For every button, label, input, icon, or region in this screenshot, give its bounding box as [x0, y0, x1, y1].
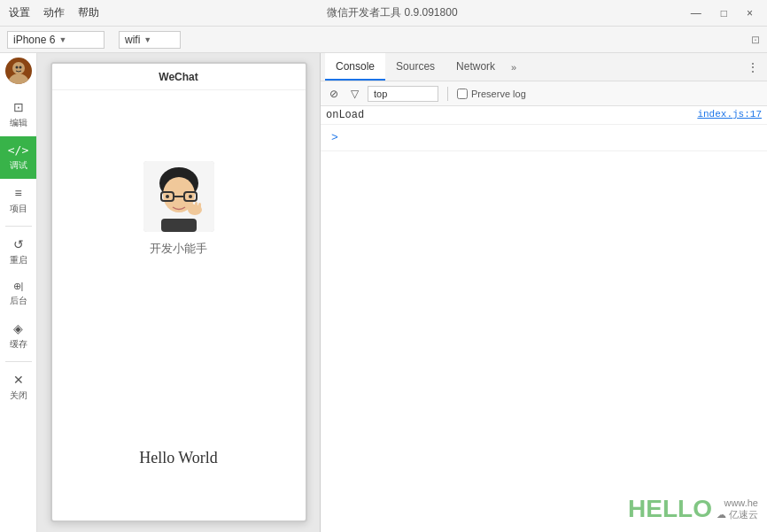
console-source-0[interactable]: index.js:17	[697, 109, 762, 120]
close-button[interactable]: ×	[741, 5, 758, 21]
backend-label: 后台	[10, 295, 27, 307]
devtools-panel: Console Sources Network » ⋮ ⊘ ▽ Preserve…	[321, 53, 767, 532]
restart-label: 重启	[10, 254, 27, 266]
tab-console[interactable]: Console	[325, 53, 385, 81]
svg-point-2	[15, 66, 18, 69]
sidebar-item-cache[interactable]: ◈ 缓存	[0, 314, 36, 358]
simulator-icon[interactable]: ⊡	[751, 34, 760, 46]
watermark: HELLO www.he ☁ 亿速云	[628, 495, 758, 523]
network-chevron-icon: ▼	[143, 35, 151, 44]
filter-input[interactable]	[368, 86, 438, 102]
sidebar-item-editor[interactable]: ⊡ 编辑	[0, 93, 36, 136]
avatar	[5, 58, 32, 84]
debug-icon: </>	[8, 143, 28, 157]
maximize-button[interactable]: □	[716, 5, 732, 21]
svg-rect-16	[161, 219, 197, 232]
close-label: 关闭	[10, 389, 27, 402]
device-chevron-icon: ▼	[58, 35, 66, 44]
phone-hello-text: Hello World	[139, 449, 218, 467]
sidebar-divider-2	[5, 361, 32, 362]
devtools-tabs: Console Sources Network » ⋮	[321, 53, 767, 81]
sidebar-item-restart[interactable]: ↺ 重启	[0, 230, 36, 274]
project-label: 项目	[10, 203, 27, 215]
svg-point-1	[8, 73, 29, 84]
svg-rect-13	[191, 204, 194, 211]
preserve-log-label: Preserve log	[471, 89, 526, 99]
app-title: WeChat	[159, 71, 198, 83]
phone-username: 开发小能手	[150, 241, 207, 257]
device-label: iPhone 6	[13, 34, 55, 46]
main-layout: ⊡ 编辑 </> 调试 ≡ 项目 ↺ 重启 ⊕| 后台 ◈ 缓存 ✕ 关闭	[0, 53, 767, 532]
phone-avatar	[143, 161, 214, 232]
phone-avatar-area: 开发小能手	[143, 161, 214, 257]
devtools-kebab-icon[interactable]: ⋮	[743, 60, 763, 74]
simulator-area: WeChat	[37, 53, 321, 532]
menu-bar: 设置 动作 帮助	[9, 5, 99, 20]
project-icon: ≡	[14, 186, 21, 200]
devtools-menu: ⋮	[743, 53, 763, 81]
menu-help[interactable]: 帮助	[78, 5, 99, 20]
sidebar-item-close[interactable]: ✕ 关闭	[0, 366, 36, 409]
watermark-hello-text: HELLO	[628, 495, 712, 523]
menu-action[interactable]: 动作	[43, 5, 65, 20]
console-entry-left: onLoad	[326, 109, 364, 121]
backend-icon: ⊕|	[13, 281, 24, 292]
console-prompt-row: >	[321, 125, 767, 151]
filter-icon: ▽	[347, 86, 362, 102]
phone-frame: WeChat	[50, 62, 307, 522]
devtools-content: onLoad index.js:17 >	[321, 106, 767, 532]
watermark-brand: ☁ 亿速云	[717, 508, 758, 521]
sidebar-divider-1	[5, 226, 32, 227]
window-controls: — □ ×	[686, 5, 758, 21]
console-entry-0: onLoad index.js:17	[321, 106, 767, 125]
cache-icon: ◈	[13, 321, 23, 335]
svg-point-0	[12, 62, 25, 74]
debug-label: 调试	[10, 159, 27, 172]
restart-icon: ↺	[13, 237, 24, 251]
watermark-site: www.he	[717, 497, 758, 508]
network-label: wifi	[125, 34, 140, 46]
device-toolbar: iPhone 6 ▼ wifi ▼ ⊡	[0, 27, 767, 53]
tab-network[interactable]: Network	[445, 53, 506, 81]
svg-point-11	[189, 195, 192, 198]
sidebar: ⊡ 编辑 </> 调试 ≡ 项目 ↺ 重启 ⊕| 后台 ◈ 缓存 ✕ 关闭	[0, 53, 37, 532]
tab-sources[interactable]: Sources	[385, 53, 445, 81]
network-selector[interactable]: wifi ▼	[119, 31, 181, 49]
console-text-0: onLoad	[326, 109, 364, 121]
editor-label: 编辑	[10, 117, 27, 129]
clear-console-button[interactable]: ⊘	[326, 86, 342, 102]
phone-status-bar: WeChat	[52, 64, 306, 90]
svg-rect-15	[198, 203, 201, 211]
minimize-button[interactable]: —	[686, 5, 707, 21]
title-bar: 设置 动作 帮助 微信开发者工具 0.9.091800 — □ ×	[0, 0, 767, 27]
devtools-toolbar: ⊘ ▽ Preserve log	[321, 81, 767, 106]
console-prompt-icon: >	[326, 127, 344, 148]
window-title: 微信开发者工具 0.9.091800	[99, 5, 686, 20]
cache-label: 缓存	[10, 338, 27, 351]
sidebar-item-project[interactable]: ≡ 项目	[0, 179, 36, 222]
close-sidebar-icon: ✕	[13, 373, 24, 387]
svg-point-10	[166, 195, 169, 198]
menu-settings[interactable]: 设置	[9, 5, 30, 20]
cloud-icon: ☁	[717, 509, 726, 520]
device-selector[interactable]: iPhone 6 ▼	[7, 31, 105, 49]
phone-content: 开发小能手 Hello World	[52, 90, 306, 520]
tab-more[interactable]: »	[506, 53, 522, 81]
svg-rect-14	[195, 202, 198, 211]
svg-point-3	[19, 66, 21, 69]
preserve-log-checkbox[interactable]	[457, 89, 468, 99]
sidebar-item-debug[interactable]: </> 调试	[0, 136, 36, 179]
editor-icon: ⊡	[13, 100, 24, 114]
sidebar-item-backend[interactable]: ⊕| 后台	[0, 274, 36, 314]
toolbar-separator	[447, 87, 448, 101]
watermark-logo: www.he ☁ 亿速云	[717, 497, 758, 521]
preserve-log-toggle[interactable]: Preserve log	[457, 89, 526, 99]
